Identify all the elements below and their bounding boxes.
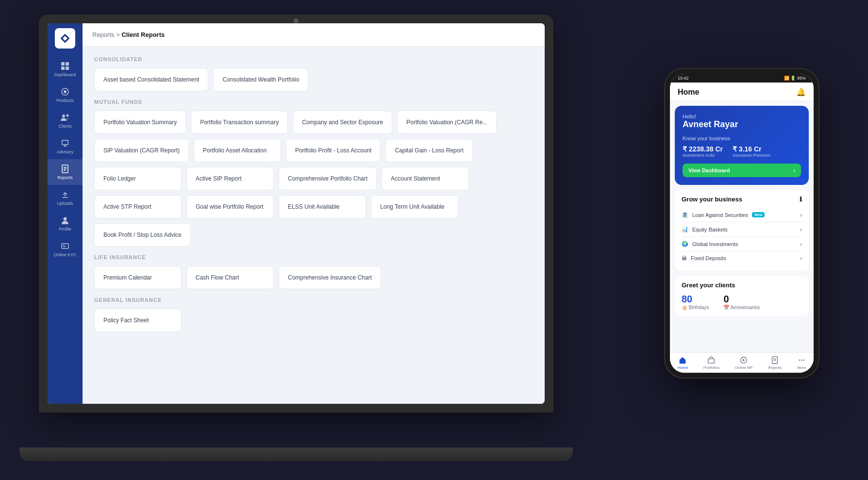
- svg-point-7: [67, 115, 69, 117]
- phone-app-header: Home 🔔: [670, 83, 814, 101]
- nav-item-more[interactable]: More: [797, 356, 806, 370]
- phone-scroll-content: Hello! Avneet Rayar Know your business ₹…: [670, 101, 814, 352]
- laptop-device: Dashboard Products Clients Advisory Repo…: [39, 15, 573, 461]
- card-folio-ledger[interactable]: Folio Ledger: [94, 167, 182, 190]
- sidebar-item-clients[interactable]: Clients: [48, 108, 83, 133]
- sidebar-item-profile[interactable]: Profile: [48, 211, 83, 236]
- greet-section: Greet your clients 80 🎂 Birthdays 0: [675, 276, 809, 316]
- svg-point-5: [64, 90, 67, 93]
- section-general-insurance-title: GENERAL INSURANCE: [94, 297, 533, 303]
- grow-item-global[interactable]: 🌍 Global Investments ›: [682, 237, 802, 251]
- nav-item-reports[interactable]: Reports: [768, 356, 782, 370]
- phone-hero-card: Hello! Avneet Rayar Know your business ₹…: [675, 106, 809, 185]
- info-icon: ℹ: [800, 196, 802, 203]
- card-sip-valuation-cagr[interactable]: SIP Valuation (CAGR Report): [94, 139, 189, 162]
- birthdays-stat: 80 🎂 Birthdays: [682, 294, 709, 310]
- bell-icon[interactable]: 🔔: [796, 87, 806, 97]
- grow-item-loan[interactable]: 🏦 Loan Against Securities New ›: [682, 208, 802, 222]
- card-portfolio-asset-allocation[interactable]: Portfolio Asset Allocation: [194, 139, 281, 162]
- anniversaries-stat: 0 📅 Anniversaries: [723, 294, 760, 310]
- anniversaries-label: 📅 Anniversaries: [723, 305, 760, 310]
- content-area: CONSOLIDATED Asset based Consolidated St…: [83, 47, 545, 404]
- birthdays-label: 🎂 Birthdays: [682, 305, 709, 310]
- nav-item-portfolios[interactable]: Portfolios: [703, 356, 719, 370]
- svg-rect-3: [66, 66, 69, 70]
- consolidated-cards: Asset based Consolidated Statement Conso…: [94, 68, 533, 91]
- card-capital-gain-loss[interactable]: Capital Gain - Loss Report: [385, 139, 473, 162]
- phone-status-bar: 10:42 📶 🔋 95%: [670, 74, 814, 83]
- chevron-down-icon: ›: [800, 227, 802, 232]
- card-account-statement[interactable]: Account Statement: [382, 167, 469, 190]
- card-portfolio-transaction-summary[interactable]: Portfolio Transaction summary: [191, 111, 288, 134]
- sidebar-item-advisory[interactable]: Advisory: [48, 133, 83, 159]
- grow-section-title: Grow your business ℹ: [682, 196, 802, 203]
- grow-item-fixed-deposits[interactable]: 🏛 Fixed Deposits ›: [682, 251, 802, 265]
- app-logo[interactable]: [55, 28, 75, 49]
- phone-outer: 10:42 📶 🔋 95% Home 🔔 Hello! Avneet Rayar…: [664, 68, 819, 379]
- card-comprehensive-insurance-chart[interactable]: Comprehensive Insurance Chart: [279, 266, 381, 289]
- section-life-insurance-title: LIFE INSURANCE: [94, 254, 533, 260]
- sidebar-item-reports[interactable]: Reports: [48, 159, 83, 185]
- card-active-sip-report[interactable]: Active SIP Report: [186, 167, 274, 190]
- breadcrumb: Reports > Client Reports: [92, 31, 535, 38]
- main-content: Reports > Client Reports CONSOLIDATED As…: [83, 23, 545, 404]
- svg-point-22: [801, 360, 802, 361]
- card-elss-unit-available[interactable]: ELSS Unit Available: [279, 195, 366, 218]
- card-policy-fact-sheet[interactable]: Policy Fact Sheet: [94, 309, 182, 332]
- card-active-stp-report[interactable]: Active STP Report: [94, 195, 182, 218]
- laptop-camera: [294, 18, 299, 23]
- phone-screen: 10:42 📶 🔋 95% Home 🔔 Hello! Avneet Rayar…: [670, 74, 814, 373]
- sidebar-item-uploads[interactable]: Uploads: [48, 185, 83, 211]
- card-goal-wise-portfolio[interactable]: Goal wise Portfolio Report: [186, 195, 274, 218]
- loan-icon: 🏦: [682, 212, 688, 218]
- sidebar-item-online-kyc[interactable]: Online KYC: [48, 236, 83, 262]
- nav-item-home[interactable]: Home: [678, 356, 688, 370]
- svg-rect-2: [61, 66, 65, 70]
- chevron-down-icon: ›: [800, 255, 802, 261]
- card-premium-calendar[interactable]: Premium Calendar: [94, 266, 182, 289]
- card-portfolio-valuation-summary[interactable]: Portfolio Valuation Summary: [94, 111, 186, 134]
- laptop-body: Dashboard Products Clients Advisory Repo…: [39, 15, 553, 413]
- card-comprehensive-portfolio-chart[interactable]: Comprehensive Portfolio Chart: [279, 167, 377, 190]
- mutual-funds-cards: Portfolio Valuation Summary Portfolio Tr…: [94, 111, 533, 247]
- card-portfolio-profit-loss[interactable]: Portfolio Profit - Loss Account: [286, 139, 381, 162]
- chevron-down-icon: ›: [800, 241, 802, 247]
- laptop-base: [19, 447, 573, 461]
- view-dashboard-button[interactable]: View Dashboard ›: [683, 164, 801, 177]
- card-cash-flow-chart[interactable]: Cash Flow Chart: [186, 266, 274, 289]
- section-consolidated-title: CONSOLIDATED: [94, 56, 533, 62]
- card-long-term-unit[interactable]: Long Term Unit Available: [371, 195, 458, 218]
- svg-point-6: [62, 115, 65, 117]
- section-mutual-funds-title: MUTUAL FUNDS: [94, 99, 533, 105]
- grow-section: Grow your business ℹ 🏦 Loan Against Secu…: [675, 190, 809, 271]
- svg-rect-13: [62, 244, 68, 248]
- insurance-stat: ₹ 3.16 Cr Insurance Premium: [733, 145, 770, 158]
- investment-stat: ₹ 2238.38 Cr Investment AUM: [683, 145, 723, 158]
- global-icon: 🌍: [682, 241, 688, 247]
- sidebar-item-products[interactable]: Products: [48, 82, 83, 108]
- card-consolidated-wealth[interactable]: Consolidated Wealth Portfolio: [213, 68, 308, 91]
- fixed-deposits-icon: 🏛: [682, 255, 687, 261]
- laptop-screen: Dashboard Products Clients Advisory Repo…: [48, 23, 545, 404]
- sidebar: Dashboard Products Clients Advisory Repo…: [48, 23, 83, 404]
- svg-point-23: [803, 360, 804, 361]
- phone-device: 10:42 📶 🔋 95% Home 🔔 Hello! Avneet Rayar…: [664, 68, 819, 379]
- card-book-profit-stop-loss[interactable]: Book Profit / Stop Loss Advice: [94, 223, 191, 247]
- page-header: Reports > Client Reports: [83, 23, 545, 47]
- svg-rect-1: [66, 62, 69, 66]
- sidebar-item-dashboard[interactable]: Dashboard: [48, 56, 83, 82]
- svg-rect-16: [708, 359, 715, 363]
- card-asset-consolidated[interactable]: Asset based Consolidated Statement: [94, 68, 208, 91]
- svg-rect-0: [61, 62, 65, 66]
- chevron-down-icon: ›: [800, 212, 802, 218]
- general-insurance-cards: Policy Fact Sheet: [94, 309, 533, 332]
- greet-stats: 80 🎂 Birthdays 0 📅 Anniversaries: [682, 294, 802, 310]
- card-company-sector-exposure[interactable]: Company and Sector Exposure: [293, 111, 392, 134]
- phone-bottom-nav: Home Portfolios Online MF Reports More: [670, 352, 814, 373]
- svg-point-12: [64, 217, 67, 221]
- grow-item-equity[interactable]: 📊 Equity Baskets ›: [682, 222, 802, 237]
- hero-stats-row: ₹ 2238.38 Cr Investment AUM ₹ 3.16 Cr In…: [683, 145, 801, 158]
- equity-icon: 📊: [682, 226, 688, 232]
- card-portfolio-valuation-cagr[interactable]: Portfolio Valuation (CAGR Re...: [397, 111, 497, 134]
- nav-item-online-mf[interactable]: Online MF: [735, 356, 753, 370]
